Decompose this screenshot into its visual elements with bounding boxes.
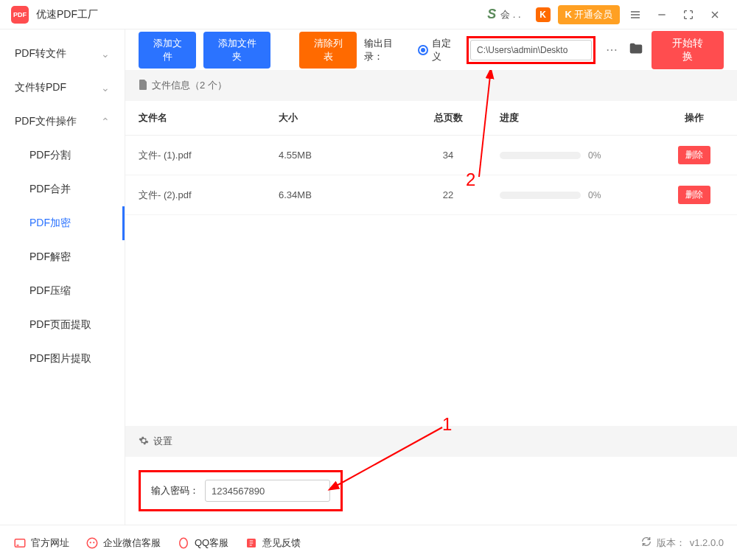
sidebar-group-pdf-to-file[interactable]: PDF转文件⌄ — [0, 37, 125, 71]
svg-point-4 — [180, 538, 188, 548]
link-label: 意见反馈 — [262, 536, 301, 550]
sidebar-item-extract-image[interactable]: PDF图片提取 — [0, 342, 125, 376]
svg-point-1 — [87, 538, 97, 548]
chevron-down-icon: ⌄ — [101, 48, 110, 60]
table-header: 文件名 大小 总页数 进度 操作 — [125, 101, 737, 136]
sidebar-item-split[interactable]: PDF分割 — [0, 139, 125, 172]
fullscreen-button[interactable] — [677, 4, 699, 26]
chevron-up-icon: ⌃ — [101, 116, 110, 127]
svg-point-2 — [90, 542, 91, 543]
settings-label: 设置 — [153, 435, 172, 448]
wechat-support-link[interactable]: 企业微信客服 — [85, 536, 161, 550]
feedback-icon — [245, 536, 258, 550]
cell-progress: 0% — [492, 150, 665, 161]
version-info: 版本： v1.2.0.0 — [640, 536, 724, 550]
header-op: 操作 — [665, 111, 724, 125]
version-label: 版本： — [657, 536, 685, 550]
more-dots-icon[interactable]: ⋯ — [603, 43, 621, 57]
password-label: 输入密码： — [151, 484, 199, 497]
sidebar-item-compress[interactable]: PDF压缩 — [0, 274, 125, 308]
cell-progress: 0% — [492, 190, 665, 200]
file-table: 文件名 大小 总页数 进度 操作 文件- (1).pdf 4.55MB 34 0… — [125, 101, 737, 215]
annotation-arrow-1 — [324, 416, 457, 497]
output-path-input[interactable] — [470, 40, 592, 60]
cell-filename: 文件- (1).pdf — [139, 149, 279, 162]
sidebar: PDF转文件⌄ 文件转PDF⌄ PDF文件操作⌃ PDF分割 PDF合并 PDF… — [0, 29, 125, 525]
header-name: 文件名 — [139, 111, 279, 125]
header-progress: 进度 — [492, 111, 665, 125]
minimize-button[interactable] — [651, 4, 673, 26]
add-folder-button[interactable]: 添加文件夹 — [203, 32, 270, 69]
annotation-arrow-2 — [472, 70, 516, 181]
table-row: 文件- (2).pdf 6.34MB 22 0% 删除 — [125, 175, 737, 215]
progress-text: 0% — [588, 190, 601, 200]
file-info-header: 文件信息（2 个） — [125, 70, 737, 101]
app-title: 优速PDF工厂 — [36, 8, 98, 21]
toolbar: 添加文件 添加文件夹 清除列表 输出目录： 自定义 ⋯ 开始转换 — [125, 29, 737, 70]
official-site-link[interactable]: 官方网址 — [13, 536, 69, 550]
start-convert-button[interactable]: 开始转换 — [652, 31, 724, 69]
progress-text: 0% — [588, 150, 601, 161]
cell-pages: 22 — [404, 189, 492, 200]
wechat-icon — [85, 536, 99, 550]
add-file-button[interactable]: 添加文件 — [139, 32, 196, 69]
clear-list-button[interactable]: 清除列表 — [299, 32, 357, 69]
sidebar-item-decrypt[interactable]: PDF解密 — [0, 240, 125, 274]
gear-icon — [139, 435, 149, 448]
link-label: 企业微信客服 — [103, 536, 161, 550]
sidebar-group-file-to-pdf[interactable]: 文件转PDF⌄ — [0, 71, 125, 105]
cell-size: 4.55MB — [279, 150, 404, 161]
svg-rect-0 — [15, 539, 25, 547]
close-button[interactable] — [704, 4, 726, 26]
svg-line-6 — [335, 427, 442, 486]
header-size: 大小 — [279, 111, 404, 125]
feedback-link[interactable]: 意见反馈 — [245, 536, 301, 550]
browse-folder-button[interactable] — [628, 41, 644, 60]
open-vip-button[interactable]: K开通会员 — [558, 5, 620, 24]
link-label: QQ客服 — [195, 536, 228, 550]
sidebar-group-label: 文件转PDF — [15, 81, 66, 94]
menu-button[interactable] — [624, 4, 646, 26]
footer: 官方网址 企业微信客服 QQ客服 意见反馈 版本： v1.2.0.0 — [0, 525, 737, 560]
app-logo-icon: PDF — [11, 6, 29, 24]
progress-bar — [500, 192, 581, 199]
cell-size: 6.34MB — [279, 189, 404, 200]
qq-support-link[interactable]: QQ客服 — [177, 536, 228, 550]
password-highlight-box: 输入密码： — [139, 470, 343, 511]
sidebar-group-label: PDF转文件 — [15, 47, 66, 60]
document-icon — [139, 80, 147, 92]
sidebar-group-label: PDF文件操作 — [15, 115, 77, 128]
file-info-text: 文件信息（2 个） — [152, 79, 227, 92]
svg-line-7 — [479, 76, 490, 177]
cell-filename: 文件- (2).pdf — [139, 189, 279, 202]
output-dir-label: 输出目录： — [364, 37, 411, 63]
sidebar-item-encrypt[interactable]: PDF加密 — [0, 206, 125, 240]
globe-icon — [13, 536, 27, 550]
vip-badge-icon[interactable]: K — [536, 7, 551, 22]
sidebar-item-extract-page[interactable]: PDF页面提取 — [0, 308, 125, 342]
password-input[interactable] — [205, 480, 330, 502]
sidebar-group-pdf-ops[interactable]: PDF文件操作⌃ — [0, 105, 125, 139]
vip-crown-icon: K — [565, 9, 572, 20]
member-text: 会 . . — [500, 8, 520, 21]
titlebar: PDF 优速PDF工厂 S 会 . . K K开通会员 — [0, 0, 737, 29]
output-path-highlight — [467, 36, 595, 64]
sidebar-item-merge[interactable]: PDF合并 — [0, 172, 125, 206]
svg-point-3 — [93, 542, 94, 543]
delete-button[interactable]: 删除 — [678, 186, 710, 204]
radio-checked-icon — [418, 45, 428, 55]
qq-icon — [177, 536, 190, 550]
radio-label: 自定义 — [432, 37, 459, 63]
output-custom-radio[interactable]: 自定义 — [418, 37, 459, 63]
brand-swoosh-icon: S — [487, 7, 496, 22]
link-label: 官方网址 — [31, 536, 69, 550]
chevron-down-icon: ⌄ — [101, 82, 110, 94]
table-row: 文件- (1).pdf 4.55MB 34 0% 删除 — [125, 136, 737, 175]
delete-button[interactable]: 删除 — [678, 146, 710, 164]
version-value: v1.2.0.0 — [690, 537, 724, 548]
vip-button-label: 开通会员 — [574, 8, 612, 21]
refresh-icon[interactable] — [640, 536, 652, 550]
